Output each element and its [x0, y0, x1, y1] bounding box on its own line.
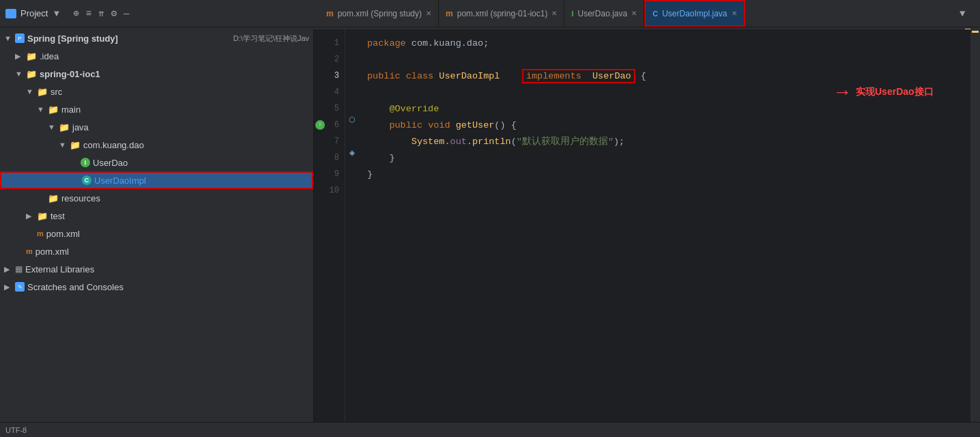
tab-userdaoimpl[interactable]: C UserDaoImpl.java ✕	[644, 0, 745, 27]
chevron-down-icon[interactable]: ▼	[960, 8, 965, 19]
sidebar-item-userdao[interactable]: ▶ I UserDao	[0, 154, 313, 171]
sidebar-item-scratches[interactable]: ▶ ✎ Scratches and Consoles	[0, 278, 313, 296]
structure-icon[interactable]: ≡	[86, 8, 91, 19]
class-icon: C	[82, 175, 91, 185]
gutter-line-5	[345, 95, 359, 111]
expand-arrow: ▶	[15, 52, 23, 61]
expand-arrow: ▶	[26, 212, 34, 221]
tab-close-icon[interactable]: ✕	[551, 10, 557, 17]
code-line-5: @Override	[367, 100, 962, 117]
sidebar-item-ioc1[interactable]: ▼ 📁 spring-01-ioc1	[0, 65, 313, 83]
sidebar-item-main[interactable]: ▼ 📁 main	[0, 100, 313, 118]
code-editor[interactable]: package com.kuang.dao; public class User…	[359, 29, 970, 422]
status-text: UTF-8	[5, 426, 27, 434]
sidebar-item-pom-ioc1[interactable]: ▶ m pom.xml	[0, 225, 313, 242]
tab-close-icon[interactable]: ✕	[732, 10, 737, 17]
sidebar-item-external-libs[interactable]: ▶ ▦ External Libraries	[0, 260, 313, 278]
tab-pom-ioc1[interactable]: m pom.xml (spring-01-ioc1) ✕	[439, 0, 564, 27]
gutter-line-4	[345, 79, 359, 95]
gutter-line-2	[345, 46, 359, 62]
expand-arrow: ▼	[26, 87, 34, 96]
title-bar-left: Project ▼ ⊕ ≡ ⇈ ⚙ —	[5, 8, 319, 19]
tab-close-icon[interactable]: ✕	[631, 10, 637, 17]
code-line-2	[367, 51, 962, 68]
code-line-10	[367, 182, 962, 199]
gutter-line-9	[345, 160, 359, 177]
expand-arrow: ▶	[4, 265, 12, 274]
code-line-9: }	[367, 166, 962, 182]
line-4: 4	[314, 84, 345, 100]
package-icon: 📁	[70, 140, 81, 150]
gutter-line-10	[345, 177, 359, 193]
class-tab-icon: C	[652, 10, 658, 18]
sidebar-item-java[interactable]: ▼ 📁 java	[0, 118, 313, 136]
sidebar-item-resources[interactable]: ▶ 📁 resources	[0, 189, 313, 207]
expand-arrow: ▼	[4, 34, 12, 42]
maven-tab-icon: m	[446, 9, 453, 18]
project-title: Project ▼	[5, 8, 61, 18]
code-line-6: public void getUser () {	[367, 117, 962, 133]
expand-arrow: ▼	[37, 105, 45, 113]
implements-highlight: implements UserDao	[522, 69, 635, 83]
maven-file-icon: m	[26, 247, 33, 255]
line-2: 2	[314, 51, 345, 68]
tab-close-icon[interactable]: ✕	[426, 10, 431, 17]
line-numbers: 1 2 3 4 5 ↑ 6 7 8 9 10	[314, 29, 345, 422]
folder-icon: 📁	[37, 87, 48, 97]
source-folder-icon: 📁	[59, 122, 70, 132]
expand-arrow: ▼	[59, 141, 67, 149]
gutter-line-6: ⬡	[345, 111, 359, 128]
title-bar: Project ▼ ⊕ ≡ ⇈ ⚙ — m pom.xml (Spring st…	[0, 0, 980, 27]
tab-scroll-controls: ▼	[954, 8, 975, 19]
line-10: 10	[314, 182, 345, 199]
expand-arrow: ▼	[15, 70, 23, 78]
line-5: 5	[314, 100, 345, 117]
sidebar-item-package[interactable]: ▼ 📁 com.kuang.dao	[0, 136, 313, 154]
gutter-line-1	[345, 29, 359, 46]
sidebar-item-idea[interactable]: ▶ 📁 .idea	[0, 47, 313, 65]
main-content: ▼ P Spring [Spring study] D:\学习笔记\狂神说Jav…	[0, 29, 980, 422]
scratches-icon: ✎	[15, 282, 25, 292]
editor-scrollbar[interactable]	[970, 29, 980, 422]
bottom-bar: UTF-8	[0, 422, 980, 437]
sidebar-item-src[interactable]: ▼ 📁 src	[0, 83, 313, 100]
gutter-line-3	[345, 62, 359, 79]
maven-file-icon: m	[37, 229, 44, 238]
code-line-7: System . out . println ( "默认获取用户的数据" );	[367, 133, 962, 150]
interface-tab-icon: I	[571, 10, 573, 18]
folder-icon: 📁	[48, 193, 59, 203]
gutter-line-8: ◈	[345, 144, 359, 160]
folder-icon: 📁	[37, 211, 48, 221]
editor-area: 1 2 3 4 5 ↑ 6 7 8 9 10	[314, 29, 980, 422]
sidebar-item-pom-root[interactable]: ▶ m pom.xml	[0, 242, 313, 260]
line-9: 9	[314, 166, 345, 182]
override-indicator: ↑	[315, 120, 325, 130]
code-line-8: }	[367, 150, 962, 166]
project-sidebar[interactable]: ▼ P Spring [Spring study] D:\学习笔记\狂神说Jav…	[0, 29, 314, 422]
line-3: 3	[314, 68, 345, 84]
expand-arrow: ▼	[48, 123, 56, 131]
line-6: ↑ 6	[314, 117, 345, 133]
tab-pom-spring[interactable]: m pom.xml (Spring study) ✕	[319, 0, 439, 27]
libs-icon: ▦	[15, 264, 23, 274]
settings-icon[interactable]: ⚙	[111, 8, 117, 19]
sidebar-item-spring-root[interactable]: ▼ P Spring [Spring study] D:\学习笔记\狂神说Jav	[0, 29, 313, 47]
navigate-icon[interactable]: ⊕	[73, 8, 78, 19]
line-7: 7	[314, 133, 345, 150]
sidebar-item-test[interactable]: ▶ 📁 test	[0, 207, 313, 225]
maven-tab-icon: m	[326, 9, 334, 18]
build-icon[interactable]: ⇈	[98, 8, 104, 19]
gutter-line-7	[345, 128, 359, 144]
folder-icon: 📁	[48, 104, 59, 115]
code-line-3: public class UserDaoImpl implements User…	[367, 68, 962, 84]
sidebar-item-userdaoimpl[interactable]: ▶ C UserDaoImpl	[0, 171, 313, 189]
tab-userdao[interactable]: I UserDao.java ✕	[564, 0, 644, 27]
warning-stripe	[972, 31, 979, 33]
minimize-icon[interactable]: —	[124, 8, 129, 19]
line-8: 8	[314, 150, 345, 166]
code-line-1: package com.kuang.dao;	[367, 35, 962, 51]
editor-tabs: m pom.xml (Spring study) ✕ m pom.xml (sp…	[319, 0, 954, 27]
gutter: ⬡ ◈	[345, 29, 359, 422]
project-icon: P	[15, 33, 25, 43]
expand-arrow: ▶	[4, 283, 12, 292]
